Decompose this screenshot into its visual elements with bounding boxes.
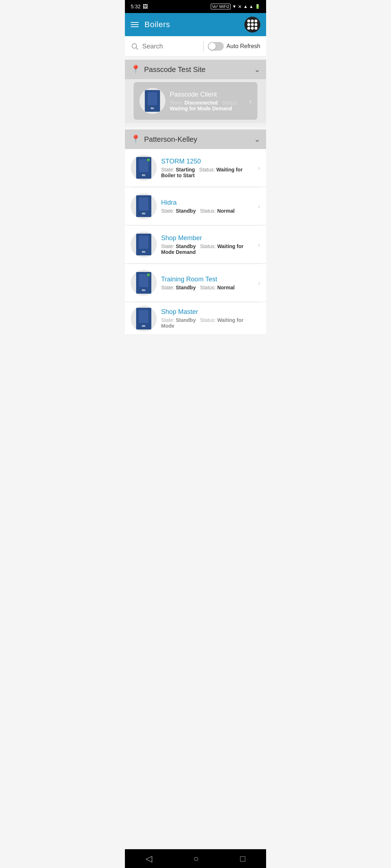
boiler-avatar-storm: RK [131, 155, 157, 181]
boiler-info-training-room: Training Room Test State: Standby Status… [157, 276, 258, 290]
boiler-name-storm: STORM 1250 [161, 158, 253, 165]
auto-refresh-control: Auto Refresh [208, 42, 260, 51]
state-value: Standby [176, 243, 196, 249]
boiler-state-shop-member: State: Standby Status: Waiting for Mode … [161, 243, 253, 255]
app-bar: Boilers [125, 13, 266, 36]
signal2-icon: ▲ [249, 4, 253, 9]
status-label: Status: [200, 208, 216, 214]
boiler-info-hidra: Hidra State: Standby Status: Normal [157, 199, 258, 214]
location-pin-icon-2: 📍 [131, 135, 140, 144]
wifi-signal-icon: ▼ [232, 4, 236, 9]
boiler-image-shop-member: RK [136, 234, 151, 255]
boiler-avatar-training-room: RK [131, 270, 157, 296]
chevron-right-icon-training-room: › [258, 279, 260, 287]
auto-refresh-label: Auto Refresh [227, 43, 260, 50]
app-title: Boilers [144, 20, 170, 29]
photo-icon: 🖼 [143, 4, 148, 9]
boiler-info-shop-master: Shop Master State: Standby Status: Waiti… [157, 308, 260, 329]
boiler-name-training-room: Training Room Test [161, 276, 253, 283]
boiler-card-training-room[interactable]: RK Training Room Test State: Standby Sta… [125, 264, 266, 302]
chevron-right-icon: › [249, 97, 252, 105]
toggle-knob [209, 43, 216, 50]
state-label: State: [170, 100, 183, 106]
state-value: Standby [176, 285, 196, 290]
boiler-state-shop-master: State: Standby Status: Waiting for Mode [161, 317, 256, 329]
status-label: Status: [200, 243, 216, 249]
site-header-passcode[interactable]: 📍 Passcode Test Site ⌄ [125, 60, 266, 79]
search-bar: Auto Refresh [125, 36, 266, 57]
state-label: State: [161, 317, 175, 323]
status-value: Normal [217, 208, 235, 214]
status-label: Status: [222, 100, 238, 106]
boiler-card-passcode-client[interactable]: RK Passcode Client State: Disconnected S… [134, 82, 257, 120]
chevron-right-icon-hidra: › [258, 202, 260, 210]
boiler-card-hidra[interactable]: RK Hidra State: Standby Status: Normal › [125, 187, 266, 225]
boiler-state-passcode: State: Disconnected Status: Waiting for … [170, 100, 245, 111]
state-value: Starting [176, 167, 195, 173]
boiler-info-passcode: Passcode Client State: Disconnected Stat… [165, 91, 249, 111]
signal-icon: ▲ [243, 4, 248, 9]
state-label: State: [161, 285, 175, 290]
boiler-info-shop-member: Shop Member State: Standby Status: Waiti… [157, 234, 258, 255]
boiler-avatar-hidra: RK [131, 193, 157, 219]
boiler-avatar-shop-member: RK [131, 231, 157, 258]
boiler-image-storm: RK [136, 157, 151, 179]
boiler-state-storm: State: Starting Status: Waiting for Boil… [161, 167, 253, 178]
location-pin-icon: 📍 [131, 65, 140, 74]
section-gap [125, 123, 266, 127]
boiler-name-hidra: Hidra [161, 199, 253, 207]
status-bar: 5:32 🖼 Vo¹ WiFi2 ▼ ✕ ▲ ▲ 🔋 [125, 0, 266, 13]
status-value: Normal [217, 285, 235, 290]
boiler-image-shop-master: RK [136, 308, 151, 329]
site-name-passcode: Passcode Test Site [144, 65, 206, 74]
svg-line-1 [136, 48, 138, 50]
site-name-patterson: Patterson-Kelley [144, 135, 197, 144]
green-status-dot-training [147, 273, 150, 276]
search-divider [203, 41, 203, 51]
hamburger-menu-button[interactable] [131, 22, 139, 27]
status-label: Status: [200, 317, 216, 323]
boiler-image: RK [145, 90, 160, 112]
time-display: 5:32 [131, 4, 140, 9]
boiler-card-storm[interactable]: RK STORM 1250 State: Starting Status: Wa… [125, 149, 266, 187]
boiler-name-passcode: Passcode Client [170, 91, 245, 98]
chevron-right-icon-storm: › [258, 164, 260, 172]
status-label: Status: [200, 285, 216, 290]
boiler-card-shop-master[interactable]: RK Shop Master State: Standby Status: Wa… [125, 302, 266, 335]
state-label: State: [161, 167, 175, 173]
boiler-avatar-shop-master: RK [131, 306, 157, 332]
boiler-card-shop-member[interactable]: RK Shop Member State: Standby Status: Wa… [125, 226, 266, 264]
state-value: Standby [176, 208, 196, 214]
chevron-down-icon-2: ⌄ [254, 135, 260, 144]
boiler-name-shop-member: Shop Member [161, 234, 253, 242]
state-label: State: [161, 243, 175, 249]
search-input[interactable] [142, 43, 199, 50]
boiler-name-shop-master: Shop Master [161, 308, 256, 316]
chevron-down-icon: ⌄ [254, 65, 260, 74]
scroll-content: 📍 Passcode Test Site ⌄ RK Passcode Clien… [125, 60, 266, 357]
state-value: Standby [176, 317, 196, 323]
x-icon: ✕ [238, 4, 242, 9]
boiler-info-storm: STORM 1250 State: Starting Status: Waiti… [157, 158, 258, 178]
green-status-dot [147, 158, 150, 161]
boiler-image-hidra: RK [136, 195, 151, 217]
boiler-state-training-room: State: Standby Status: Normal [161, 285, 253, 290]
svg-point-0 [132, 44, 137, 48]
grid-menu-button[interactable] [244, 17, 260, 33]
site-header-patterson[interactable]: 📍 Patterson-Kelley ⌄ [125, 129, 266, 149]
wifi-icon: Vo¹ WiFi2 [211, 4, 231, 9]
auto-refresh-toggle[interactable] [208, 42, 224, 51]
state-value: Disconnected [184, 100, 218, 106]
boiler-state-hidra: State: Standby Status: Normal [161, 208, 253, 214]
search-icon [131, 42, 139, 50]
boiler-image-training-room: RK [136, 272, 151, 294]
boiler-avatar-passcode: RK [139, 88, 165, 114]
battery-icon: 🔋 [255, 4, 260, 9]
chevron-right-icon-shop-member: › [258, 241, 260, 249]
status-value: Waiting for Mode Demand [170, 106, 232, 111]
status-label: Status: [199, 167, 215, 173]
state-label: State: [161, 208, 175, 214]
grid-dots-icon [247, 20, 257, 30]
